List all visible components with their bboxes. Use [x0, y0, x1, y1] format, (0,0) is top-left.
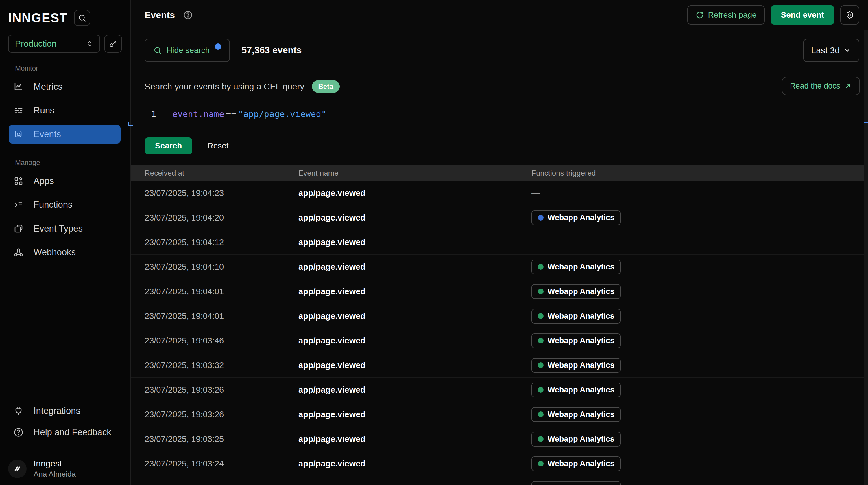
page-title: Events [145, 10, 175, 21]
search-reset-button[interactable]: Reset [207, 141, 228, 150]
search-notification-dot [215, 44, 221, 50]
sidebar-item-runs[interactable]: Runs [9, 101, 121, 120]
table-row[interactable]: 23/07/2025, 19:03:24 app/page.viewed Web… [131, 451, 868, 476]
search-icon [78, 13, 87, 22]
sidebar-item-metrics[interactable]: Metrics [9, 78, 121, 96]
event-name: app/page.viewed [299, 189, 531, 198]
sidebar-item-events[interactable]: Events [9, 125, 121, 144]
function-name: Webapp Analytics [548, 410, 614, 419]
table-row[interactable]: 23/07/2025, 19:03:32 app/page.viewed Web… [131, 353, 868, 378]
function-status-dot-completed [538, 387, 544, 393]
event-functions-cell: Webapp Analytics [531, 382, 868, 397]
page-help-icon[interactable] [183, 10, 193, 20]
event-functions-cell: Webapp Analytics [531, 456, 868, 471]
sidebar-item-help-and-feedback[interactable]: Help and Feedback [9, 423, 121, 441]
function-badge[interactable]: Webapp Analytics [531, 358, 621, 373]
chevrons-up-down-icon [86, 40, 94, 48]
environment-selector[interactable]: Production [8, 35, 100, 53]
function-badge[interactable]: Webapp Analytics [531, 382, 621, 397]
arrow-up-right-icon [844, 82, 852, 90]
event-functions-cell: — [531, 189, 868, 198]
function-badge[interactable]: Webapp Analytics [531, 333, 621, 348]
search-submit-button[interactable]: Search [145, 138, 192, 154]
event-keys-button[interactable] [104, 35, 122, 53]
event-received-at: 23/07/2025, 19:03:46 [145, 336, 299, 345]
search-submit-label: Search [155, 141, 182, 150]
function-status-dot-completed [538, 264, 544, 270]
no-functions-dash: — [531, 189, 540, 198]
cel-query-editor[interactable]: 1 event.name=="app/page.viewed" [145, 109, 859, 119]
event-functions-cell: Webapp Analytics [531, 210, 868, 225]
time-range-selector[interactable]: Last 3d [803, 39, 859, 62]
table-row[interactable]: 23/07/2025, 19:04:23 app/page.viewed — [131, 181, 868, 205]
sidebar-item-event-types[interactable]: Event Types [9, 219, 121, 238]
table-row[interactable]: 23/07/2025, 19:03:26 app/page.viewed Web… [131, 402, 868, 427]
sidebar-item-integrations[interactable]: Integrations [9, 402, 121, 420]
table-row[interactable]: 23/07/2025, 19:03:26 app/page.viewed Web… [131, 378, 868, 402]
function-badge[interactable]: Webapp Analytics [531, 284, 621, 299]
event-name: app/page.viewed [299, 361, 531, 370]
sidebar-footer-nav: Integrations Help and Feedback [0, 402, 130, 452]
hide-search-button[interactable]: Hide search [145, 39, 230, 62]
table-row[interactable]: 23/07/2025, 19:03:25 app/page.viewed Web… [131, 427, 868, 451]
event-name: app/page.viewed [299, 336, 531, 345]
functions-icon [13, 200, 26, 210]
events-table: Received at Event name Functions trigger… [131, 165, 868, 485]
avatar [8, 459, 27, 478]
function-status-dot-completed [538, 313, 544, 319]
function-badge[interactable]: Webapp Analytics [531, 481, 621, 485]
table-row[interactable]: 23/07/2025, 19:04:20 app/page.viewed Web… [131, 205, 868, 230]
refresh-page-button[interactable]: Refresh page [687, 5, 765, 25]
sidebar-item-webhooks[interactable]: Webhooks [9, 243, 121, 262]
table-row[interactable]: 23/07/2025, 19:04:01 app/page.viewed Web… [131, 279, 868, 304]
event-types-icon [13, 223, 26, 234]
settings-icon [845, 10, 855, 20]
sidebar-item-label: Integrations [34, 406, 81, 416]
read-the-docs-button[interactable]: Read the docs [782, 77, 860, 95]
editor-focus-indicator [128, 122, 133, 126]
events-count: 57,363 events [242, 45, 302, 56]
settings-button[interactable] [840, 5, 859, 25]
event-functions-cell: Webapp Analytics [531, 432, 868, 447]
table-row[interactable]: 23/07/2025, 19:04:01 app/page.viewed Web… [131, 304, 868, 329]
main-content: Events Refresh page Send event [131, 0, 868, 485]
chevron-down-icon [843, 46, 851, 54]
event-received-at: 23/07/2025, 19:04:20 [145, 213, 299, 223]
event-received-at: 23/07/2025, 19:03:26 [145, 410, 299, 419]
page-scrollbar[interactable] [864, 30, 868, 485]
sidebar-item-functions[interactable]: Functions [9, 196, 121, 214]
function-badge[interactable]: Webapp Analytics [531, 432, 621, 447]
table-body: 23/07/2025, 19:04:23 app/page.viewed — 2… [131, 181, 868, 485]
function-status-dot-completed [538, 436, 544, 442]
table-row[interactable]: 23/07/2025, 19:04:12 app/page.viewed — [131, 230, 868, 255]
table-row[interactable]: 23/07/2025, 19:04:10 app/page.viewed Web… [131, 255, 868, 279]
event-received-at: 23/07/2025, 19:03:32 [145, 361, 299, 370]
event-received-at: 23/07/2025, 19:04:01 [145, 311, 299, 321]
function-badge[interactable]: Webapp Analytics [531, 260, 621, 274]
table-row[interactable]: 23/07/2025, 19:03:23 app/page.viewed Web… [131, 476, 868, 485]
event-received-at: 23/07/2025, 19:04:01 [145, 287, 299, 296]
profile-menu[interactable]: Inngest Ana Almeida [0, 452, 130, 485]
send-event-button[interactable]: Send event [771, 5, 834, 25]
page-header: Events Refresh page Send event [131, 0, 868, 30]
event-name: app/page.viewed [299, 459, 531, 468]
key-icon [109, 39, 117, 48]
events-toolbar: Hide search 57,363 events Last 3d [131, 30, 868, 70]
function-name: Webapp Analytics [548, 262, 614, 272]
event-received-at: 23/07/2025, 19:03:26 [145, 385, 299, 395]
function-name: Webapp Analytics [548, 459, 614, 468]
search-icon [153, 46, 162, 55]
sidebar-search-button[interactable] [74, 10, 90, 26]
function-badge[interactable]: Webapp Analytics [531, 456, 621, 471]
table-row[interactable]: 23/07/2025, 19:03:46 app/page.viewed Web… [131, 329, 868, 353]
event-functions-cell: Webapp Analytics [531, 407, 868, 422]
hide-search-label: Hide search [166, 46, 210, 55]
sidebar-item-apps[interactable]: Apps [9, 172, 121, 191]
function-badge[interactable]: Webapp Analytics [531, 407, 621, 422]
event-name: app/page.viewed [299, 410, 531, 419]
event-received-at: 23/07/2025, 19:04:10 [145, 262, 299, 272]
sidebar-nav: Monitor Metrics Runs Events Manage Apps … [0, 53, 130, 267]
function-badge[interactable]: Webapp Analytics [531, 210, 621, 225]
function-badge[interactable]: Webapp Analytics [531, 309, 621, 323]
sidebar-item-label: Events [34, 129, 61, 140]
